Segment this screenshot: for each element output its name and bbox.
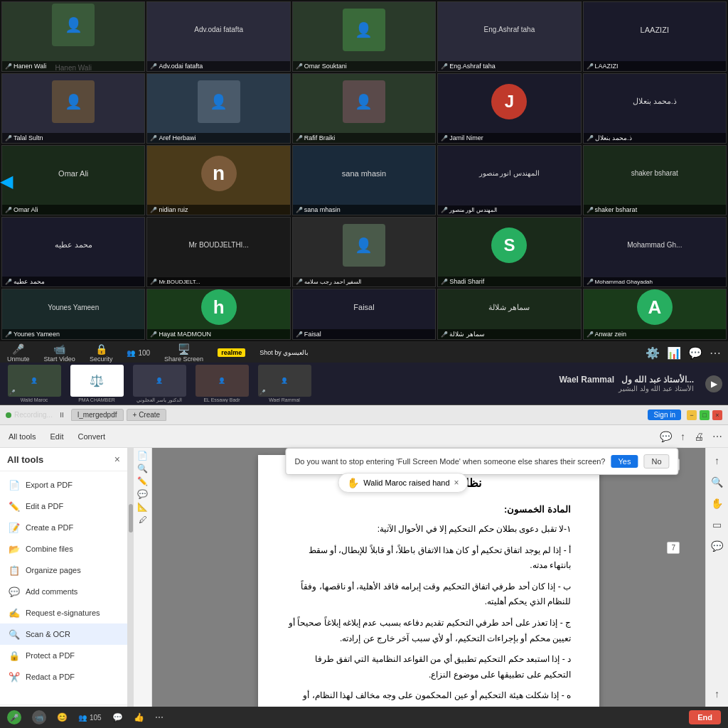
pdf-text-4: ج - إذا تعذر على أحد طرفي التحكيم تقديم … [287, 616, 571, 646]
pdf-text-3: ب - إذا كان أحد طرفي اتفاق التحكيم وقت إ… [287, 579, 571, 610]
share-screen-btn[interactable]: 🖥️ Share Screen [164, 343, 203, 363]
dialog-no-btn[interactable]: No [643, 454, 669, 469]
tab-merged[interactable]: l_mergedpdf [71, 409, 124, 421]
toolbar-icon-more[interactable]: ⋯ [712, 431, 722, 442]
dialog-yes-btn[interactable]: Yes [611, 455, 638, 468]
react-btn[interactable]: 👍 [134, 712, 144, 722]
menu-convert[interactable]: Convert [75, 431, 109, 442]
tool-combine[interactable]: 📂 Combine files [0, 538, 127, 560]
camera-bottom-btn[interactable]: 📹 [32, 710, 46, 724]
mini-tool-3[interactable]: ✏️ [137, 476, 148, 486]
video-cell-faisal: Faisal 🎤Faisal [292, 289, 436, 340]
meeting-participant-walid: 👤 🎤 Walid Maroc [6, 365, 63, 402]
panel-close-btn[interactable]: × [114, 454, 120, 465]
toast-close-btn[interactable]: × [454, 478, 459, 488]
acrobat-window: Recording... ⏸ l_mergedpdf + Create Sign… [0, 405, 728, 728]
video-grid: 👤 Hanen Wali 🎤Hanen Wali Adv.odai fataft… [0, 0, 728, 341]
combine-icon: 📂 [9, 543, 20, 555]
meeting-participant-pma: ⚖️ PMA CHAMBER [68, 365, 125, 402]
sign-in-btn[interactable]: Sign in [648, 410, 681, 420]
mini-tool-6[interactable]: 🖊 [139, 515, 147, 525]
participants-badge[interactable]: 👥 100 [127, 349, 150, 357]
toolbar-icon-3[interactable]: 💬 [688, 346, 702, 360]
pdf-subtitle: المادة الخمسون: [287, 504, 571, 515]
participants-count-bottom[interactable]: 👥 105 [78, 714, 102, 722]
tool-create-pdf[interactable]: 📝 Create a PDF [0, 517, 127, 538]
meeting-name-doctor: الدكتور ياسر العجلوني [136, 397, 182, 403]
toolbar-icon-print[interactable]: 🖨 [694, 431, 704, 442]
create-icon: 📝 [9, 522, 20, 533]
minimize-btn[interactable]: − [687, 410, 697, 420]
tool-redact[interactable]: ✂️ Redact a PDF [0, 666, 127, 687]
toolbar-icon-2[interactable]: 📊 [667, 346, 681, 360]
menu-edit[interactable]: Edit [48, 431, 67, 442]
start-video-btn[interactable]: 📹 Start Video [44, 343, 75, 363]
raised-hand-toast: ✋ Walid Maroc raised hand × [338, 473, 468, 493]
meeting-name-wael: Wael Rammal [269, 397, 300, 402]
toolbar-icon-share[interactable]: ↑ [680, 431, 685, 442]
right-tool-select[interactable]: ▭ [709, 516, 726, 533]
tool-organize[interactable]: 📋 Organize pages [0, 560, 127, 581]
emoji-btn[interactable]: 😊 [57, 712, 68, 722]
chat-bottom-btn[interactable]: 💬 [112, 712, 123, 722]
video-cell-aref: 👤 🎤Aref Herbawi [146, 73, 290, 144]
meeting-main-title: ...الأستاذ عبد الله ول Wael Rammal [559, 375, 694, 385]
organize-icon: 📋 [9, 564, 20, 576]
mini-tools-strip: 📄 🔍 ✏️ 💬 📐 🖊 [134, 448, 152, 728]
video-cell-nidian: n 🎤nidian ruiz [146, 145, 290, 215]
video-cell-younes: Younes Yameen 🎤Younes Yameen [1, 289, 145, 340]
scrollbar-thumb[interactable] [129, 504, 133, 532]
toolbar-icon-1[interactable]: ⚙️ [646, 346, 660, 360]
tab-create[interactable]: + Create [127, 409, 167, 421]
tool-scan-ocr[interactable]: 🔍 Scan & OCR [0, 623, 127, 645]
rec-dot [6, 412, 11, 418]
meeting-participant-wael: 👤 🎤 Wael Rammal [256, 365, 313, 402]
right-tool-zoom-in[interactable]: 🔍 [709, 473, 726, 491]
toolbar-icon-comment[interactable]: 💬 [660, 431, 672, 442]
page-num-7: 7 [667, 542, 680, 554]
right-tool-hand[interactable]: ✋ [709, 495, 726, 512]
video-cell-sana: sana mhasin 🎤sana mhasin [292, 145, 436, 215]
more-bottom-btn[interactable]: ⋯ [155, 712, 164, 722]
pdf-text-2: أ - إذا لم يوجد اتفاق تحكيم أو كان هذا ا… [287, 543, 571, 574]
video-cell-hanen: 👤 Hanen Wali 🎤Hanen Wali [1, 1, 145, 72]
security-btn[interactable]: 🔒 Security [90, 343, 113, 363]
right-tool-prev[interactable]: ↑ [709, 685, 726, 702]
tools-list: 📄 Export a PDF ✏️ Edit a PDF 📝 Create a … [0, 471, 127, 705]
pdf-text-1: ١-لا تقبل دعوى بطلان حكم التحكيم إلا في … [287, 522, 571, 537]
acrobat-toolbar: All tools Edit Convert 💬 ↑ 🖨 ⋯ [0, 425, 728, 448]
mini-tool-5[interactable]: 📐 [137, 502, 148, 512]
menu-all-tools[interactable]: All tools [6, 431, 39, 442]
mini-tool-2[interactable]: 🔍 [137, 464, 148, 473]
scan-icon: 🔍 [9, 628, 20, 640]
nav-arrow-left[interactable]: ◀ [0, 171, 13, 191]
close-btn[interactable]: × [712, 410, 722, 420]
toolbar-icon-4[interactable]: ⋯ [710, 346, 721, 360]
window-controls: − □ × [687, 410, 722, 420]
tool-edit-pdf[interactable]: ✏️ Edit a PDF [0, 496, 127, 517]
pdf-text-5: د - إذا استبعد حكم التحكيم تطبيق أي من ا… [287, 652, 571, 682]
end-call-btn[interactable]: End [689, 710, 721, 724]
tool-protect[interactable]: 🔒 Protect a PDF [0, 645, 127, 666]
right-tool-comment[interactable]: 💬 [709, 537, 726, 555]
mini-tool-1[interactable]: 📄 [137, 451, 148, 461]
view-btn[interactable]: ▶ [705, 375, 722, 392]
maximize-btn[interactable]: □ [700, 410, 710, 420]
meeting-name: Walid Maroc [21, 397, 48, 402]
mic-bottom-btn[interactable]: 🎤 [7, 710, 21, 724]
tool-comments[interactable]: 💬 Add comments [0, 581, 127, 602]
pause-btn[interactable]: ⏸ [58, 411, 65, 419]
video-cell-samaher: سماهر شلالة 🎤سماهر شلالة [437, 289, 581, 340]
right-tool-cursor[interactable]: ↑ [709, 452, 726, 469]
meeting-title-area: ...الأستاذ عبد الله ول Wael Rammal الأست… [318, 375, 700, 392]
panel-scrollbar[interactable] [128, 448, 134, 728]
meeting-name-essawy: EL Essawy Badr [203, 397, 240, 402]
unmute-btn[interactable]: 🎤 Unmute [7, 343, 30, 363]
video-cell-mohammad-gh: Mohammad Gh... 🎤Mohammad Ghayadah [583, 217, 727, 287]
tool-esignatures[interactable]: ✍️ Request e-signatures [0, 602, 127, 623]
video-cell-ashraf: Eng.Ashraf taha 🎤Eng.Ashraf taha [437, 1, 581, 72]
video-cell-adv: Adv.odai fatafta 🎤Adv.odai fatafta [146, 1, 290, 72]
mini-tool-4[interactable]: 💬 [137, 489, 148, 499]
tool-export-pdf[interactable]: 📄 Export a PDF [0, 474, 127, 496]
fullscreen-dialog: Do you want to stop entering 'Full Scree… [285, 448, 678, 475]
